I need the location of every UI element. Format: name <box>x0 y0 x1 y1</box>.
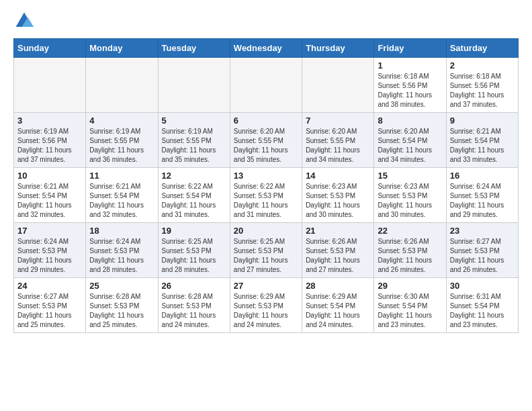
calendar-table: SundayMondayTuesdayWednesdayThursdayFrid… <box>13 38 519 333</box>
day-info: Sunrise: 6:25 AMSunset: 5:53 PMDaylight:… <box>162 237 226 275</box>
calendar-cell <box>158 58 230 113</box>
logo-icon <box>13 10 35 32</box>
calendar-cell: 28Sunrise: 6:29 AMSunset: 5:54 PMDayligh… <box>302 278 374 333</box>
day-info: Sunrise: 6:21 AMSunset: 5:54 PMDaylight:… <box>89 182 154 220</box>
calendar-cell: 18Sunrise: 6:24 AMSunset: 5:53 PMDayligh… <box>86 223 158 278</box>
day-number: 9 <box>450 116 515 126</box>
calendar-cell: 24Sunrise: 6:27 AMSunset: 5:53 PMDayligh… <box>14 278 86 333</box>
calendar-cell: 12Sunrise: 6:22 AMSunset: 5:54 PMDayligh… <box>158 168 230 223</box>
calendar-cell <box>302 58 374 113</box>
day-header: Tuesday <box>158 39 230 58</box>
day-number: 6 <box>234 116 298 126</box>
day-info: Sunrise: 6:21 AMSunset: 5:54 PMDaylight:… <box>17 182 82 220</box>
calendar-cell: 14Sunrise: 6:23 AMSunset: 5:53 PMDayligh… <box>302 168 374 223</box>
day-info: Sunrise: 6:30 AMSunset: 5:54 PMDaylight:… <box>378 292 442 330</box>
day-info: Sunrise: 6:27 AMSunset: 5:53 PMDaylight:… <box>17 292 82 330</box>
day-info: Sunrise: 6:31 AMSunset: 5:54 PMDaylight:… <box>450 292 515 330</box>
day-header: Thursday <box>302 39 374 58</box>
day-info: Sunrise: 6:27 AMSunset: 5:53 PMDaylight:… <box>450 237 515 275</box>
day-header: Friday <box>374 39 446 58</box>
calendar-cell: 29Sunrise: 6:30 AMSunset: 5:54 PMDayligh… <box>374 278 446 333</box>
day-info: Sunrise: 6:20 AMSunset: 5:55 PMDaylight:… <box>306 127 370 165</box>
day-info: Sunrise: 6:24 AMSunset: 5:53 PMDaylight:… <box>17 237 82 275</box>
calendar-cell: 21Sunrise: 6:26 AMSunset: 5:53 PMDayligh… <box>302 223 374 278</box>
calendar-cell: 7Sunrise: 6:20 AMSunset: 5:55 PMDaylight… <box>302 113 374 168</box>
day-info: Sunrise: 6:29 AMSunset: 5:54 PMDaylight:… <box>306 292 370 330</box>
day-number: 22 <box>378 226 442 236</box>
header <box>13 10 519 32</box>
calendar-cell: 5Sunrise: 6:19 AMSunset: 5:55 PMDaylight… <box>158 113 230 168</box>
calendar-cell: 8Sunrise: 6:20 AMSunset: 5:54 PMDaylight… <box>374 113 446 168</box>
calendar-week-row: 17Sunrise: 6:24 AMSunset: 5:53 PMDayligh… <box>14 223 519 278</box>
day-number: 19 <box>162 226 226 236</box>
day-number: 15 <box>378 171 442 181</box>
day-number: 16 <box>450 171 515 181</box>
calendar-week-row: 10Sunrise: 6:21 AMSunset: 5:54 PMDayligh… <box>14 168 519 223</box>
day-number: 2 <box>450 60 515 71</box>
day-number: 8 <box>378 116 442 126</box>
day-number: 10 <box>17 171 82 181</box>
day-number: 24 <box>17 281 82 291</box>
day-number: 26 <box>162 281 226 291</box>
day-number: 3 <box>17 116 82 126</box>
calendar-cell: 27Sunrise: 6:29 AMSunset: 5:53 PMDayligh… <box>230 278 302 333</box>
calendar-cell: 26Sunrise: 6:28 AMSunset: 5:53 PMDayligh… <box>158 278 230 333</box>
day-number: 18 <box>89 226 154 236</box>
day-number: 29 <box>378 281 442 291</box>
calendar-cell: 4Sunrise: 6:19 AMSunset: 5:55 PMDaylight… <box>86 113 158 168</box>
day-info: Sunrise: 6:19 AMSunset: 5:55 PMDaylight:… <box>89 127 154 165</box>
day-info: Sunrise: 6:20 AMSunset: 5:55 PMDaylight:… <box>234 127 298 165</box>
calendar-cell: 19Sunrise: 6:25 AMSunset: 5:53 PMDayligh… <box>158 223 230 278</box>
calendar-cell: 20Sunrise: 6:25 AMSunset: 5:53 PMDayligh… <box>230 223 302 278</box>
day-number: 1 <box>378 60 442 71</box>
calendar-cell <box>86 58 158 113</box>
calendar-cell: 6Sunrise: 6:20 AMSunset: 5:55 PMDaylight… <box>230 113 302 168</box>
day-number: 7 <box>306 116 370 126</box>
day-info: Sunrise: 6:28 AMSunset: 5:53 PMDaylight:… <box>162 292 226 330</box>
day-number: 25 <box>89 281 154 291</box>
day-info: Sunrise: 6:20 AMSunset: 5:54 PMDaylight:… <box>378 127 442 165</box>
day-number: 30 <box>450 281 515 291</box>
calendar-cell: 9Sunrise: 6:21 AMSunset: 5:54 PMDaylight… <box>446 113 518 168</box>
day-info: Sunrise: 6:23 AMSunset: 5:53 PMDaylight:… <box>378 182 442 220</box>
day-info: Sunrise: 6:29 AMSunset: 5:53 PMDaylight:… <box>234 292 298 330</box>
logo <box>13 10 38 32</box>
calendar-cell: 22Sunrise: 6:26 AMSunset: 5:53 PMDayligh… <box>374 223 446 278</box>
day-header: Sunday <box>14 39 86 58</box>
day-info: Sunrise: 6:22 AMSunset: 5:54 PMDaylight:… <box>162 182 226 220</box>
calendar-header-row: SundayMondayTuesdayWednesdayThursdayFrid… <box>14 39 519 58</box>
calendar-cell: 16Sunrise: 6:24 AMSunset: 5:53 PMDayligh… <box>446 168 518 223</box>
calendar-week-row: 3Sunrise: 6:19 AMSunset: 5:56 PMDaylight… <box>14 113 519 168</box>
day-info: Sunrise: 6:24 AMSunset: 5:53 PMDaylight:… <box>89 237 154 275</box>
day-info: Sunrise: 6:24 AMSunset: 5:53 PMDaylight:… <box>450 182 515 220</box>
day-number: 20 <box>234 226 298 236</box>
calendar-cell: 15Sunrise: 6:23 AMSunset: 5:53 PMDayligh… <box>374 168 446 223</box>
day-header: Monday <box>86 39 158 58</box>
day-number: 27 <box>234 281 298 291</box>
day-info: Sunrise: 6:25 AMSunset: 5:53 PMDaylight:… <box>234 237 298 275</box>
day-info: Sunrise: 6:26 AMSunset: 5:53 PMDaylight:… <box>378 237 442 275</box>
calendar-cell: 1Sunrise: 6:18 AMSunset: 5:56 PMDaylight… <box>374 58 446 113</box>
calendar-cell: 23Sunrise: 6:27 AMSunset: 5:53 PMDayligh… <box>446 223 518 278</box>
calendar-week-row: 1Sunrise: 6:18 AMSunset: 5:56 PMDaylight… <box>14 58 519 113</box>
day-number: 5 <box>162 116 226 126</box>
calendar-cell <box>14 58 86 113</box>
day-info: Sunrise: 6:18 AMSunset: 5:56 PMDaylight:… <box>450 72 515 109</box>
calendar-cell: 11Sunrise: 6:21 AMSunset: 5:54 PMDayligh… <box>86 168 158 223</box>
day-info: Sunrise: 6:22 AMSunset: 5:53 PMDaylight:… <box>234 182 298 220</box>
day-info: Sunrise: 6:23 AMSunset: 5:53 PMDaylight:… <box>306 182 370 220</box>
day-number: 13 <box>234 171 298 181</box>
calendar-cell: 17Sunrise: 6:24 AMSunset: 5:53 PMDayligh… <box>14 223 86 278</box>
calendar-week-row: 24Sunrise: 6:27 AMSunset: 5:53 PMDayligh… <box>14 278 519 333</box>
day-info: Sunrise: 6:28 AMSunset: 5:53 PMDaylight:… <box>89 292 154 330</box>
calendar-cell: 30Sunrise: 6:31 AMSunset: 5:54 PMDayligh… <box>446 278 518 333</box>
calendar-cell: 10Sunrise: 6:21 AMSunset: 5:54 PMDayligh… <box>14 168 86 223</box>
day-info: Sunrise: 6:19 AMSunset: 5:55 PMDaylight:… <box>162 127 226 165</box>
page: SundayMondayTuesdayWednesdayThursdayFrid… <box>0 0 532 343</box>
day-info: Sunrise: 6:26 AMSunset: 5:53 PMDaylight:… <box>306 237 370 275</box>
day-header: Wednesday <box>230 39 302 58</box>
day-number: 28 <box>306 281 370 291</box>
calendar-cell <box>230 58 302 113</box>
day-header: Saturday <box>446 39 518 58</box>
day-info: Sunrise: 6:21 AMSunset: 5:54 PMDaylight:… <box>450 127 515 165</box>
